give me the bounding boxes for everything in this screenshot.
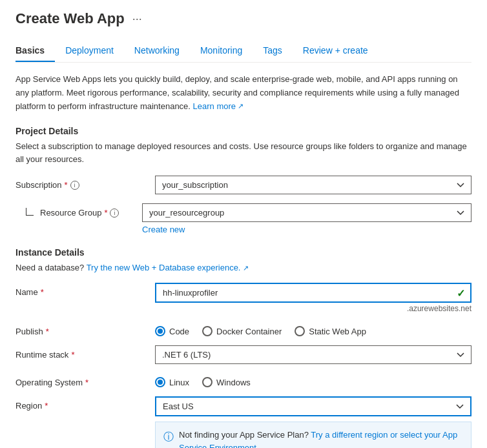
runtime-stack-control: .NET 6 (LTS) .NET 7 .NET 5 Node 18 LTS P… <box>155 345 471 364</box>
tab-deployment[interactable]: Deployment <box>55 40 124 62</box>
region-info-banner: ⓘ Not finding your App Service Plan? Try… <box>155 422 471 448</box>
subscription-label: Subscription * i <box>16 176 145 190</box>
name-required: * <box>41 287 44 297</box>
tab-monitoring[interactable]: Monitoring <box>190 40 253 62</box>
name-control: ✓ .azurewebsites.net <box>155 283 471 313</box>
publish-code-radio[interactable] <box>155 326 165 336</box>
resource-group-required: * <box>104 208 107 218</box>
subscription-select[interactable]: your_subscription <box>155 176 471 194</box>
publish-label: Publish * <box>16 322 145 336</box>
publish-row: Publish * Code Docker Container Static W… <box>16 322 471 336</box>
os-linux-radio[interactable] <box>155 377 165 387</box>
operating-system-required: * <box>85 378 88 387</box>
info-circle-icon: ⓘ <box>163 429 174 448</box>
project-details-title: Project Details <box>16 126 471 136</box>
os-windows-option[interactable]: Windows <box>202 377 251 387</box>
tab-tags[interactable]: Tags <box>253 40 293 62</box>
subscription-row: Subscription * i your_subscription <box>16 176 471 194</box>
tab-navigation: Basics Deployment Networking Monitoring … <box>16 40 471 63</box>
runtime-stack-label: Runtime stack * <box>16 345 145 360</box>
publish-docker-radio[interactable] <box>202 326 212 336</box>
name-label: Name * <box>16 283 145 297</box>
region-required: * <box>45 401 48 411</box>
more-options-icon[interactable]: ··· <box>132 12 142 26</box>
name-valid-icon: ✓ <box>457 287 465 299</box>
tab-networking[interactable]: Networking <box>124 40 190 62</box>
page-title: Create Web App <box>16 10 125 27</box>
runtime-stack-row: Runtime stack * .NET 6 (LTS) .NET 7 .NET… <box>16 345 471 364</box>
tab-basics[interactable]: Basics <box>16 40 55 62</box>
operating-system-label: Operating System * <box>16 373 145 387</box>
operating-system-row: Operating System * Linux Windows <box>16 373 471 387</box>
publish-static-option[interactable]: Static Web App <box>295 326 366 336</box>
publish-code-option[interactable]: Code <box>155 326 189 336</box>
description-text: App Service Web Apps lets you quickly bu… <box>16 73 471 113</box>
project-details-description: Select a subscription to manage deployed… <box>16 140 471 165</box>
instance-details-section: Instance Details Need a database? Try th… <box>16 247 471 448</box>
subscription-control: your_subscription <box>155 176 471 194</box>
os-windows-radio[interactable] <box>202 377 212 387</box>
os-radio-group: Linux Windows <box>155 373 471 387</box>
try-database-link[interactable]: Try the new Web + Database experience. <box>87 263 243 272</box>
publish-required: * <box>46 327 49 336</box>
create-new-resource-group-link[interactable]: Create new <box>142 225 185 234</box>
publish-static-radio[interactable] <box>295 326 305 336</box>
publish-control: Code Docker Container Static Web App <box>155 322 471 336</box>
operating-system-control: Linux Windows <box>155 373 471 387</box>
resource-group-label: Resource Group * i <box>16 203 132 218</box>
external-link-icon: ↗ <box>238 101 244 112</box>
resource-group-info-icon[interactable]: i <box>110 209 119 218</box>
name-input-wrapper: ✓ <box>155 283 471 303</box>
region-row: Region * East US West US West US 2 East … <box>16 396 471 448</box>
name-input[interactable] <box>155 283 471 303</box>
region-control: East US West US West US 2 East US 2 Cent… <box>155 396 471 448</box>
name-row: Name * ✓ .azurewebsites.net <box>16 283 471 313</box>
region-select[interactable]: East US West US West US 2 East US 2 Cent… <box>155 396 471 416</box>
subscription-required: * <box>65 180 68 190</box>
region-label: Region * <box>16 396 145 411</box>
resource-group-row: Resource Group * i your_resourcegroup Cr… <box>16 203 471 234</box>
subscription-info-icon[interactable]: i <box>70 181 79 190</box>
tab-review-create[interactable]: Review + create <box>293 40 378 62</box>
runtime-stack-select[interactable]: .NET 6 (LTS) .NET 7 .NET 5 Node 18 LTS P… <box>155 345 471 364</box>
project-details-section: Project Details Select a subscription to… <box>16 126 471 234</box>
page-header: Create Web App ··· <box>16 10 471 27</box>
publish-docker-option[interactable]: Docker Container <box>202 326 282 336</box>
resource-group-control: your_resourcegroup Create new <box>142 203 471 234</box>
os-linux-option[interactable]: Linux <box>155 377 189 387</box>
resource-group-select[interactable]: your_resourcegroup <box>142 203 471 222</box>
publish-radio-group: Code Docker Container Static Web App <box>155 322 471 336</box>
learn-more-link[interactable]: Learn more ↗ <box>193 100 244 114</box>
database-notice: Need a database? Try the new Web + Datab… <box>16 263 471 272</box>
domain-suffix: .azurewebsites.net <box>155 304 471 313</box>
database-external-link-icon: ↗ <box>243 264 249 272</box>
runtime-stack-required: * <box>71 350 74 360</box>
instance-details-title: Instance Details <box>16 247 471 258</box>
